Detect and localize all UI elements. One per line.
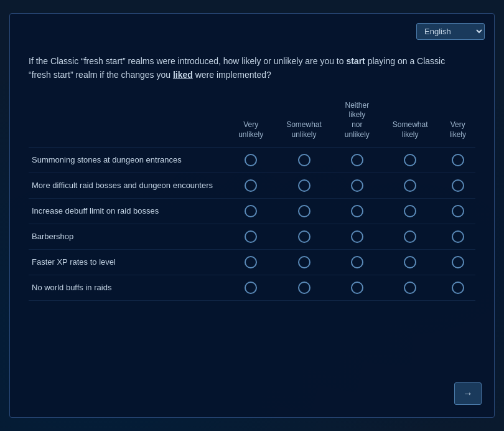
radio-no-world-buffs-somewhat-unlikely[interactable] [298, 282, 310, 294]
radio-debuff-limit-very-likely[interactable] [452, 205, 464, 217]
radio-cell [334, 148, 380, 173]
radio-summoning-stones-somewhat-likely[interactable] [404, 154, 416, 166]
table-row: Barbershop [29, 224, 475, 250]
table-row: More difficult raid bosses and dungeon e… [29, 173, 475, 199]
radio-cell [440, 250, 475, 275]
table-row: No world buffs in raids [29, 275, 475, 301]
radio-cell [274, 250, 334, 275]
col-header-empty [29, 98, 228, 148]
radio-cell [440, 275, 475, 301]
radio-debuff-limit-somewhat-unlikely[interactable] [298, 205, 310, 217]
radio-faster-xp-somewhat-likely[interactable] [404, 256, 416, 268]
radio-cell [440, 148, 475, 173]
radio-no-world-buffs-neither[interactable] [351, 282, 363, 294]
radio-no-world-buffs-somewhat-likely[interactable] [404, 282, 416, 294]
radio-debuff-limit-neither[interactable] [351, 205, 363, 217]
radio-barbershop-very-unlikely[interactable] [245, 230, 257, 243]
matrix-table: Veryunlikely Somewhatunlikely Neitherlik… [29, 98, 475, 301]
question-part1: If the Classic “fresh start” realms were… [29, 56, 346, 66]
col-header-very-likely: Verylikely [440, 98, 475, 148]
radio-summoning-stones-very-unlikely[interactable] [245, 154, 257, 166]
table-row: Summoning stones at dungeon entrances [29, 148, 475, 173]
row-label-summoning-stones: Summoning stones at dungeon entrances [29, 148, 228, 173]
radio-cell [380, 224, 440, 250]
radio-difficult-raids-somewhat-likely[interactable] [404, 179, 416, 192]
radio-faster-xp-very-unlikely[interactable] [245, 256, 257, 268]
radio-cell [440, 199, 475, 224]
radio-cell [334, 250, 380, 275]
radio-cell [274, 148, 334, 173]
question-bold: start [346, 56, 365, 66]
row-label-barbershop: Barbershop [29, 224, 228, 250]
next-button[interactable]: → [454, 382, 482, 405]
table-row: Faster XP rates to level [29, 250, 475, 275]
radio-barbershop-very-likely[interactable] [452, 230, 464, 243]
survey-container: English Français Deutsch Español Русский… [9, 13, 495, 418]
radio-debuff-limit-very-unlikely[interactable] [245, 205, 257, 217]
radio-cell [380, 173, 440, 199]
radio-cell [274, 173, 334, 199]
radio-no-world-buffs-very-likely[interactable] [452, 282, 464, 294]
radio-faster-xp-neither[interactable] [351, 256, 363, 268]
radio-no-world-buffs-very-unlikely[interactable] [245, 282, 257, 294]
question-underline: liked [173, 70, 193, 80]
radio-cell [228, 250, 274, 275]
col-header-very-unlikely: Veryunlikely [228, 98, 274, 148]
language-selector-wrapper: English Français Deutsch Español Русский [416, 23, 485, 40]
question-text: If the Classic “fresh start” realms were… [29, 54, 464, 82]
radio-cell [380, 148, 440, 173]
row-label-no-world-buffs: No world buffs in raids [29, 275, 228, 301]
row-label-debuff-limit: Increase debuff limit on raid bosses [29, 199, 228, 224]
language-select[interactable]: English Français Deutsch Español Русский [416, 23, 485, 40]
radio-barbershop-somewhat-likely[interactable] [404, 230, 416, 243]
question-part3: were implemented? [193, 70, 271, 80]
radio-cell [274, 199, 334, 224]
radio-cell [228, 224, 274, 250]
row-label-faster-xp: Faster XP rates to level [29, 250, 228, 275]
radio-barbershop-neither[interactable] [351, 230, 363, 243]
radio-cell [228, 173, 274, 199]
table-row: Increase debuff limit on raid bosses [29, 199, 475, 224]
radio-cell [440, 173, 475, 199]
radio-cell [334, 224, 380, 250]
radio-cell [334, 275, 380, 301]
col-header-neither: Neitherlikelynorunlikely [334, 98, 380, 148]
radio-cell [228, 199, 274, 224]
col-header-somewhat-likely: Somewhatlikely [380, 98, 440, 148]
radio-difficult-raids-somewhat-unlikely[interactable] [298, 179, 310, 192]
row-label-difficult-raids: More difficult raid bosses and dungeon e… [29, 173, 228, 199]
radio-cell [380, 250, 440, 275]
radio-summoning-stones-somewhat-unlikely[interactable] [298, 154, 310, 166]
radio-cell [274, 224, 334, 250]
radio-cell [228, 275, 274, 301]
radio-cell [380, 275, 440, 301]
radio-cell [274, 275, 334, 301]
radio-difficult-raids-neither[interactable] [351, 179, 363, 192]
radio-difficult-raids-very-unlikely[interactable] [245, 179, 257, 192]
col-header-somewhat-unlikely: Somewhatunlikely [274, 98, 334, 148]
radio-cell [228, 148, 274, 173]
radio-summoning-stones-neither[interactable] [351, 154, 363, 166]
radio-summoning-stones-very-likely[interactable] [452, 154, 464, 166]
radio-cell [440, 224, 475, 250]
radio-cell [380, 199, 440, 224]
radio-barbershop-somewhat-unlikely[interactable] [298, 230, 310, 243]
radio-faster-xp-somewhat-unlikely[interactable] [298, 256, 310, 268]
radio-faster-xp-very-likely[interactable] [452, 256, 464, 268]
radio-cell [334, 173, 380, 199]
radio-difficult-raids-very-likely[interactable] [452, 179, 464, 192]
radio-debuff-limit-somewhat-likely[interactable] [404, 205, 416, 217]
radio-cell [334, 199, 380, 224]
